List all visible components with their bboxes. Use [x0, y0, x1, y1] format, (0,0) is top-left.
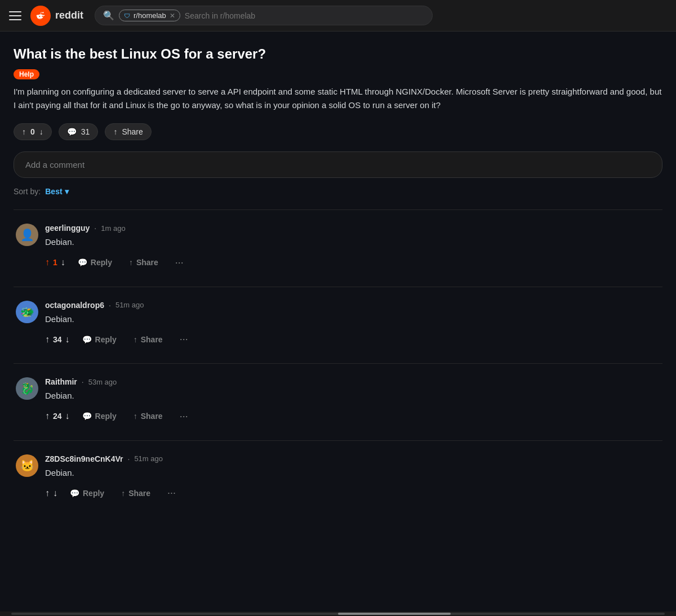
share-icon: ↑ [134, 412, 137, 421]
comment-share-label: Share [141, 412, 163, 421]
comment-share-label: Share [128, 489, 150, 498]
comment-actions: ↑ 24 ↓ 💬 Reply ↑ Share ··· [45, 408, 662, 425]
more-options-button[interactable]: ··· [171, 255, 188, 271]
comment: 🐲 octagonaldrop6 · 51m ago Debian. ↑ 34 … [14, 301, 662, 348]
comment-time: 1m ago [101, 224, 125, 233]
close-subreddit-icon[interactable]: ✕ [170, 12, 175, 20]
comment-text: Debian. [45, 236, 662, 249]
bottom-scrollbar[interactable] [0, 611, 676, 616]
scrollbar-thumb [338, 613, 451, 615]
more-options-button[interactable]: ··· [163, 485, 180, 501]
post-title: What is the best Linux OS for a server? [14, 45, 662, 63]
comment-share-label: Share [136, 258, 158, 267]
comment-vote: ↑ 1 ↓ [45, 257, 65, 267]
comment-share-button[interactable]: ↑ Share [129, 409, 167, 423]
sort-dropdown[interactable]: Best ▾ [45, 187, 68, 196]
reply-icon: 💬 [82, 412, 92, 421]
reply-button[interactable]: 💬 Reply [73, 256, 117, 269]
search-input[interactable] [185, 11, 424, 20]
comment-content: geerlingguy · 1m ago Debian. ↑ 1 ↓ 💬 Rep… [45, 224, 662, 271]
upvote-icon[interactable]: ↑ [22, 127, 26, 136]
vote-button[interactable]: ↑ 0 ↓ [14, 123, 52, 140]
reply-button[interactable]: 💬 Reply [78, 409, 121, 423]
subreddit-label: r/homelab [134, 11, 166, 20]
reply-icon: 💬 [70, 489, 79, 498]
logo-text: reddit [55, 10, 83, 21]
comment-time: 53m ago [88, 378, 117, 386]
reply-label: Reply [95, 412, 117, 421]
comment-share-button[interactable]: ↑ Share [117, 486, 155, 500]
comment-author[interactable]: octagonaldrop6 [45, 301, 104, 310]
comment-vote: ↑ 34 ↓ [45, 334, 70, 345]
comment-actions: ↑ 1 ↓ 💬 Reply ↑ Share ··· [45, 255, 662, 271]
reply-label: Reply [95, 335, 117, 344]
comment-vote: ↑ 24 ↓ [45, 411, 70, 421]
search-icon: 🔍 [103, 10, 114, 21]
subreddit-tag[interactable]: 🛡 r/homelab ✕ [119, 10, 180, 21]
comment-content: Raithmir · 53m ago Debian. ↑ 24 ↓ 💬 Repl… [45, 377, 662, 425]
hamburger-menu[interactable] [9, 11, 21, 20]
comment-share-button[interactable]: ↑ Share [129, 333, 167, 346]
comment-meta: Z8DSc8in9neCnK4Vr · 51m ago [45, 454, 662, 463]
header: reddit 🔍 🛡 r/homelab ✕ [0, 0, 676, 32]
share-icon: ↑ [134, 335, 137, 344]
reply-button[interactable]: 💬 Reply [65, 486, 109, 500]
comments-container: 👤 geerlingguy · 1m ago Debian. ↑ 1 ↓ 💬 [14, 224, 662, 501]
downvote-icon[interactable]: ↓ [53, 488, 57, 498]
vote-count: 34 [53, 335, 62, 344]
sort-label: Sort by: [14, 187, 41, 196]
comment-author[interactable]: geerlingguy [45, 224, 90, 233]
downvote-icon[interactable]: ↓ [65, 334, 70, 345]
vote-count: 1 [53, 258, 57, 267]
comment-time: 51m ago [115, 301, 144, 309]
upvote-icon[interactable]: ↑ [45, 257, 50, 267]
reply-label: Reply [91, 258, 112, 267]
comment-button[interactable]: 💬 31 [59, 123, 99, 140]
upvote-icon[interactable]: ↑ [45, 334, 50, 345]
avatar: 👤 [16, 224, 38, 246]
share-icon: ↑ [129, 258, 133, 267]
flair-badge[interactable]: Help [14, 69, 39, 79]
comment-share-button[interactable]: ↑ Share [124, 256, 163, 269]
reply-icon: 💬 [82, 335, 92, 344]
reply-label: Reply [83, 489, 104, 498]
comment-divider [14, 287, 662, 287]
avatar: 🐱 [16, 454, 38, 477]
post-body: I'm planning on configuring a dedicated … [14, 85, 662, 112]
comment-text: Debian. [45, 467, 662, 480]
upvote-icon[interactable]: ↑ [45, 488, 50, 498]
post-actions: ↑ 0 ↓ 💬 31 ↑ Share [14, 123, 662, 140]
comment: 🐉 Raithmir · 53m ago Debian. ↑ 24 ↓ 💬 [14, 377, 662, 425]
more-options-button[interactable]: ··· [175, 408, 193, 425]
comment-text: Debian. [45, 313, 662, 326]
vote-count: 24 [53, 412, 62, 421]
sort-bar: Sort by: Best ▾ [14, 187, 662, 196]
search-bar[interactable]: 🔍 🛡 r/homelab ✕ [95, 6, 433, 25]
downvote-icon[interactable]: ↓ [61, 257, 65, 267]
comment-count: 31 [81, 127, 90, 136]
comment-meta: geerlingguy · 1m ago [45, 224, 662, 233]
reddit-logo[interactable]: reddit [30, 6, 83, 26]
upvote-icon[interactable]: ↑ [45, 411, 50, 421]
comment-meta: octagonaldrop6 · 51m ago [45, 301, 662, 310]
reddit-icon [30, 6, 51, 26]
downvote-icon[interactable]: ↓ [65, 411, 70, 421]
comment-text: Debian. [45, 390, 662, 403]
share-button[interactable]: ↑ Share [105, 123, 151, 140]
comment-content: Z8DSc8in9neCnK4Vr · 51m ago Debian. ↑ ↓ … [45, 454, 662, 502]
vote-count: 0 [30, 127, 35, 136]
scrollbar-track [11, 613, 665, 615]
downvote-icon[interactable]: ↓ [39, 127, 43, 136]
comment-author[interactable]: Z8DSc8in9neCnK4Vr [45, 454, 123, 463]
comment-divider [14, 440, 662, 441]
reply-button[interactable]: 💬 Reply [78, 333, 121, 346]
comment-author[interactable]: Raithmir [45, 377, 77, 386]
more-options-button[interactable]: ··· [175, 331, 193, 347]
add-comment-input[interactable]: Add a comment [14, 151, 662, 178]
sort-value: Best [45, 187, 62, 196]
comment-content: octagonaldrop6 · 51m ago Debian. ↑ 34 ↓ … [45, 301, 662, 348]
main-content: What is the best Linux OS for a server? … [0, 32, 676, 530]
avatar: 🐲 [16, 301, 38, 323]
share-label: Share [122, 127, 143, 136]
comment-time: 51m ago [134, 454, 163, 463]
